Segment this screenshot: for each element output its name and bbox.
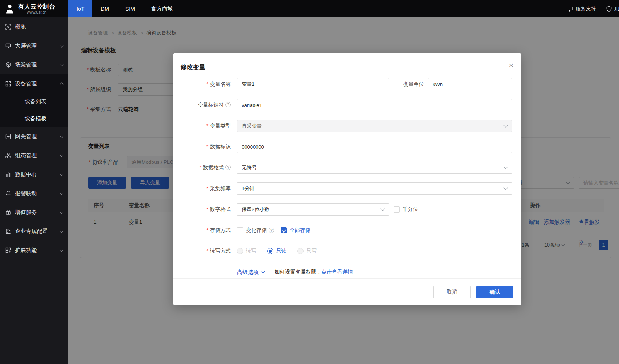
all-storage-checkbox[interactable] <box>281 227 287 233</box>
overview-icon <box>5 24 11 30</box>
sidebar-item-label: 企业专属配置 <box>15 228 48 235</box>
help-icon[interactable]: ? <box>225 165 231 170</box>
identifier-row: 变量标识符? <box>179 99 512 111</box>
sidebar-item-gateway-management[interactable]: 网关管理 <box>0 127 68 146</box>
read-write-radio[interactable] <box>237 248 243 254</box>
sidebar-item-label: 场景管理 <box>15 61 37 68</box>
modify-variable-modal: 修改变量 × 变量名称 变量单位 变量标识符? 变量类型 直采变量 <box>173 53 521 305</box>
logo[interactable]: 有人云控制台 www.usr.cn <box>0 0 68 17</box>
sidebar-item-label: 增值服务 <box>15 209 37 216</box>
variable-unit-label: 变量单位 <box>403 78 424 90</box>
modal-footer: 取消 确认 <box>173 278 521 305</box>
user-label: 用户 <box>614 5 619 12</box>
sidebar-item-label: 网关管理 <box>15 133 37 140</box>
read-write-label: 读写方式 <box>179 245 231 257</box>
chevron-down-icon <box>503 123 508 127</box>
user-shield-icon <box>606 6 612 12</box>
sidebar-item-device-management[interactable]: 设备管理 <box>0 74 68 93</box>
storage-mode-row: 存储方式 变化存储 ? 全部存储 <box>179 224 512 236</box>
sidebar-item-configuration-management[interactable]: 组态管理 <box>0 146 68 165</box>
sidebar-item-label: 大屏管理 <box>15 43 37 49</box>
thousand-separator-checkbox[interactable] <box>394 206 400 213</box>
frequency-row: 采集频率 1分钟 <box>179 182 512 195</box>
cancel-button[interactable]: 取消 <box>433 286 471 298</box>
chevron-down-icon <box>60 153 64 157</box>
number-format-label: 数字格式 <box>179 203 231 216</box>
data-id-row: 数据标识 <box>179 141 512 153</box>
number-format-select[interactable]: 保留2位小数 <box>237 203 389 216</box>
variable-name-input[interactable] <box>237 78 389 90</box>
tab-dm[interactable]: DM <box>92 0 117 17</box>
modal-title: 修改变量 <box>181 63 205 71</box>
frequency-label: 采集频率 <box>179 182 231 195</box>
permission-detail-link[interactable]: 点击查看详情 <box>322 266 353 278</box>
advanced-options-row: 高级选项 如何设置变量权限， 点击查看详情 <box>179 266 512 278</box>
topbar-right: 服务支持 用户 <box>567 0 619 17</box>
scene-cube-icon <box>5 62 11 68</box>
tab-sim[interactable]: SIM <box>117 0 143 17</box>
user-menu[interactable]: 用户 <box>606 5 619 12</box>
sidebar-item-screen-management[interactable]: 大屏管理 <box>0 36 68 55</box>
configuration-nodes-icon <box>5 153 11 158</box>
help-icon[interactable]: ? <box>269 228 274 233</box>
sidebar-item-label: 报警联动 <box>15 190 37 197</box>
data-format-label: 数据格式 <box>203 165 224 170</box>
sidebar-item-alarm-linkage[interactable]: 报警联动 <box>0 184 68 203</box>
sidebar-item-label: 扩展功能 <box>15 247 37 254</box>
tab-official-mall[interactable]: 官方商城 <box>143 0 181 17</box>
read-write-option-label: 读写 <box>246 245 256 257</box>
variable-type-value: 直采变量 <box>242 122 262 129</box>
change-storage-checkbox[interactable] <box>237 227 243 233</box>
frequency-select[interactable]: 1分钟 <box>237 182 512 195</box>
service-support[interactable]: 服务支持 <box>567 5 596 12</box>
read-write-row: 读写方式 读写 只读 只写 <box>179 245 512 257</box>
chevron-down-icon <box>503 165 508 169</box>
variable-unit-input[interactable] <box>428 78 512 90</box>
sidebar-item-scene-management[interactable]: 场景管理 <box>0 55 68 74</box>
advanced-options-toggle[interactable]: 高级选项 <box>237 266 259 278</box>
number-format-value: 保留2位小数 <box>242 206 269 213</box>
sidebar-item-data-center[interactable]: 数据中心 <box>0 165 68 184</box>
data-format-value: 无符号 <box>242 164 257 171</box>
sidebar-item-overview[interactable]: 概览 <box>0 17 68 36</box>
chevron-down-icon <box>60 248 64 252</box>
storage-mode-label: 存储方式 <box>179 224 231 236</box>
data-format-row: 数据格式? 无符号 <box>179 162 512 174</box>
chevron-down-icon <box>60 62 64 66</box>
gift-icon <box>5 209 11 215</box>
sidebar-item-label: 数据中心 <box>15 171 37 178</box>
bell-icon <box>5 191 11 196</box>
tab-iot[interactable]: IoT <box>68 0 92 17</box>
data-format-select[interactable]: 无符号 <box>237 162 512 174</box>
sidebar-item-value-added-services[interactable]: 增值服务 <box>0 203 68 222</box>
sidebar-item-device-template[interactable]: 设备模板 <box>0 110 68 127</box>
close-icon[interactable]: × <box>509 61 513 69</box>
data-id-label: 数据标识 <box>179 141 231 153</box>
topbar: 有人云控制台 www.usr.cn IoT DM SIM 官方商城 服务支持 用… <box>0 0 619 17</box>
sidebar-item-device-list[interactable]: 设备列表 <box>0 93 68 110</box>
sidebar-item-label: 设备管理 <box>15 80 37 87</box>
help-icon[interactable]: ? <box>225 102 231 107</box>
read-only-radio[interactable] <box>267 248 273 254</box>
permission-hint: 如何设置变量权限， <box>275 266 322 278</box>
chevron-down-icon <box>60 43 64 47</box>
usr-logo-icon <box>5 3 15 14</box>
sidebar-group-device-management: 设备管理 设备列表 设备模板 <box>0 74 68 127</box>
write-only-radio[interactable] <box>297 248 304 254</box>
sidebar-item-enterprise-config[interactable]: 企业专属配置 <box>0 222 68 241</box>
variable-name-row: 变量名称 变量单位 <box>179 78 512 90</box>
app-subtitle: www.usr.cn <box>18 10 55 14</box>
chevron-down-icon <box>503 185 508 190</box>
sidebar-item-extensions[interactable]: 扩展功能 <box>0 241 68 260</box>
data-id-input[interactable] <box>237 141 512 153</box>
confirm-button[interactable]: 确认 <box>476 286 513 298</box>
frequency-value: 1分钟 <box>242 185 254 192</box>
service-support-label: 服务支持 <box>576 5 596 12</box>
chevron-down-icon <box>60 210 64 214</box>
chevron-down-icon <box>60 229 64 233</box>
variable-type-select: 直采变量 <box>237 120 512 132</box>
identifier-input[interactable] <box>237 99 512 111</box>
all-storage-label: 全部存储 <box>290 224 310 236</box>
chevron-down-icon <box>60 191 64 195</box>
sidebar-item-label: 组态管理 <box>15 152 37 159</box>
